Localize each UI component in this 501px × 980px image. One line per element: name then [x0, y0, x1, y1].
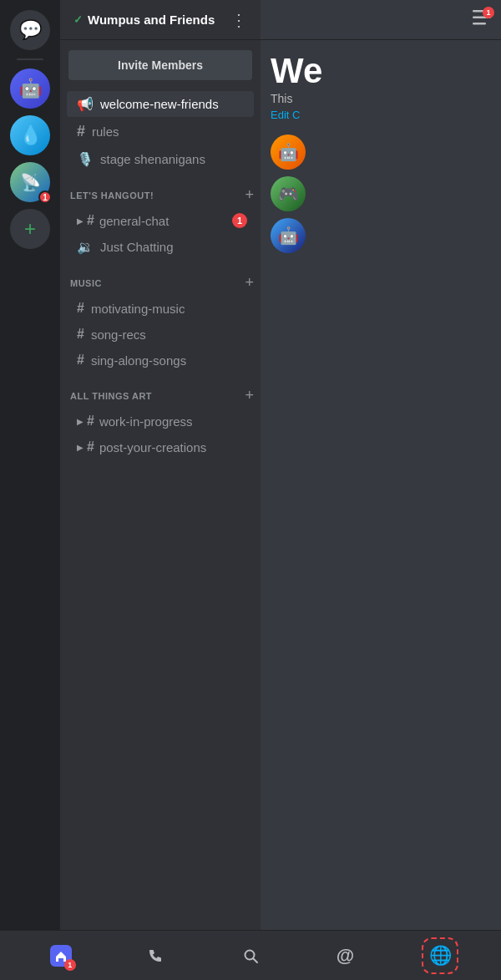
server-list: 💬 🤖 💧 📡 1 + — [0, 0, 60, 980]
channel-list: ✓ Wumpus and Friends ⋮ Invite Members 📢 … — [60, 0, 261, 980]
category-lets-hangout-add[interactable]: + — [245, 186, 254, 204]
channel-motivating-music[interactable]: # motivating-music — [67, 296, 254, 321]
channel-sing-along-songs[interactable]: # sing-along-songs — [67, 348, 254, 373]
hamburger-badge: 1 — [483, 7, 494, 18]
right-panel: 1 We This Edit C 🤖 🎮 🤖 — [261, 0, 501, 980]
server-icon-wifi-badge: 1 — [38, 190, 52, 204]
nav-home-badge: 1 — [64, 959, 76, 971]
channel-welcome-new-friends[interactable]: 📢 welcome-new-friends — [67, 91, 254, 117]
member-avatars: 🤖 🎮 🤖 — [271, 135, 491, 253]
right-header: 1 — [261, 0, 501, 40]
voice-icon: 🔉 — [77, 239, 94, 255]
category-lets-hangout[interactable]: LET'S HANGOUT! + — [60, 173, 261, 207]
server-icon-robot[interactable]: 🤖 — [10, 69, 50, 109]
invite-members-button[interactable]: Invite Members — [68, 50, 252, 80]
server-header-icons: ⋮ — [230, 10, 247, 30]
stage-icon: 🎙️ — [77, 151, 94, 167]
hash-icon: # — [77, 123, 85, 140]
bottom-nav: 1 @ 🌐 — [0, 930, 501, 980]
svg-rect-2 — [473, 23, 486, 25]
channel-list-container: Invite Members 📢 welcome-new-friends # r… — [60, 40, 261, 980]
more-options-icon[interactable]: ⋮ — [230, 10, 247, 30]
hash-icon-art2: # — [87, 439, 94, 454]
expand-icon: ▶ — [77, 216, 84, 226]
hash-icon-music1: # — [77, 301, 84, 316]
expand-icon-art1: ▶ — [77, 417, 84, 426]
this-text: This — [271, 92, 491, 105]
nav-phone[interactable] — [137, 937, 174, 974]
category-all-things-art[interactable]: ALL THINGS ART + — [60, 373, 261, 408]
nav-home[interactable]: 1 — [43, 937, 79, 974]
hash-icon-art1: # — [87, 414, 94, 429]
channel-general-chat-badge: 1 — [232, 213, 247, 228]
announcement-icon: 📢 — [77, 96, 94, 112]
category-art-add[interactable]: + — [245, 387, 254, 404]
hamburger-menu[interactable]: 1 — [473, 10, 491, 29]
server-checkmark: ✓ — [73, 13, 83, 26]
dm-icon[interactable]: 💬 — [10, 10, 50, 50]
channel-song-recs[interactable]: # song-recs — [67, 322, 254, 347]
hash-icon-general: # — [87, 213, 94, 228]
server-header: ✓ Wumpus and Friends ⋮ — [60, 0, 261, 40]
channel-stage-shenanigans[interactable]: 🎙️ stage shenanigans — [67, 146, 254, 172]
nav-mentions[interactable]: @ — [327, 937, 364, 974]
category-music[interactable]: MUSIC + — [60, 261, 261, 295]
member-avatar-1: 🤖 — [271, 135, 306, 170]
member-avatar-3: 🤖 — [271, 218, 306, 253]
nav-search[interactable] — [232, 937, 269, 974]
channel-work-in-progress[interactable]: ▶ # work-in-progress — [67, 409, 254, 434]
server-name[interactable]: ✓ Wumpus and Friends — [73, 13, 215, 27]
channel-post-your-creations[interactable]: ▶ # post-your-creations — [67, 434, 254, 460]
channel-general-chat[interactable]: ▶ # general-chat 1 — [67, 208, 254, 233]
category-music-add[interactable]: + — [245, 274, 254, 292]
member-avatar-2: 🎮 — [271, 176, 306, 211]
add-server-button[interactable]: + — [10, 209, 50, 249]
channel-just-chatting[interactable]: 🔉 Just Chatting — [67, 234, 254, 260]
expand-icon-art2: ▶ — [77, 443, 84, 452]
server-icon-wifi[interactable]: 📡 1 — [10, 162, 50, 202]
we-text: We — [271, 53, 491, 89]
hash-icon-music2: # — [77, 327, 84, 342]
nav-profile[interactable]: 🌐 — [422, 937, 458, 974]
hash-icon-music3: # — [77, 353, 84, 368]
right-content: We This Edit C 🤖 🎮 🤖 — [261, 40, 501, 980]
channel-rules[interactable]: # rules — [67, 118, 254, 145]
edit-link[interactable]: Edit C — [271, 109, 491, 121]
svg-line-5 — [253, 958, 257, 962]
server-icon-water[interactable]: 💧 — [10, 115, 50, 155]
